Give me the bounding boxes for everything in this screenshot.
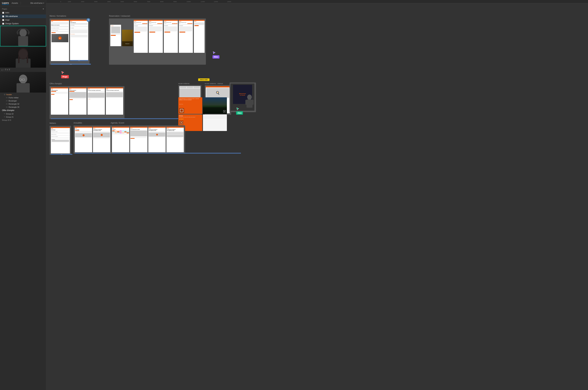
section-ecran-person: Bienvenueà l'école ★★★★★ <box>230 83 256 112</box>
section-filieres: filieres / formations Métiers de la bouc… <box>50 15 90 65</box>
ecran-person-container: Bienvenueà l'école ★★★★★ <box>230 83 256 112</box>
offre-container: Offres d'emplois <box>50 86 124 119</box>
svg-point-9 <box>19 75 27 84</box>
pages-label: Pages <box>2 8 7 10</box>
agenda-container: Agenda <box>111 125 185 154</box>
wireframe-selector[interactable]: 3ifa wireframe <box>30 2 44 4</box>
layer-rect39[interactable]: ▭ Rectangle 39 <box>0 105 46 108</box>
page-design-system[interactable]: ⬜ Design System <box>0 22 46 25</box>
layer-header[interactable]: ◇ header <box>0 93 46 96</box>
page-3ifa[interactable]: ⬜ 3ifa wireframe <box>0 14 46 18</box>
video-person3 <box>0 72 46 93</box>
svg-rect-8 <box>27 56 28 63</box>
tools-row: ◇ ─ T ⠿ T <box>0 68 46 72</box>
agenda-frame1[interactable]: Agenda <box>112 127 129 152</box>
alex-cursor-arrow <box>236 107 239 110</box>
page-3ifa-label: 3ifa wireframe <box>5 15 18 17</box>
offre-frame4[interactable]: Cherche boulanger expérimenté <box>106 88 123 115</box>
alex-label: Alex <box>236 111 243 115</box>
section-metiers-label: Métiers <box>50 122 71 124</box>
svg-rect-15 <box>246 99 252 108</box>
ruler-6000: 6000 <box>134 1 137 2</box>
assets-tab[interactable]: Assets <box>11 1 18 5</box>
ecran-phrase-container: L'apprentissage est un programme varié, … <box>178 97 230 131</box>
horizontal-ruler: 0 1000 2000 3000 4000 5000 6000 7000 800… <box>46 0 588 3</box>
sidebar: Layers Assets 3ifa wireframe Pages + ⬜ I… <box>0 0 46 390</box>
layer-boulanger[interactable]: ▭ Boulanger <box>0 99 46 102</box>
hugo-cursor-arrow <box>61 71 64 74</box>
rect-icon4: ▭ <box>6 106 8 108</box>
page-intro[interactable]: ⬜ Intro <box>0 11 46 14</box>
svg-point-0 <box>19 29 27 37</box>
page-inspi[interactable]: ⬜ Inspi <box>0 18 46 22</box>
layer-fiche-metier[interactable]: ▭ Fiche métier <box>0 96 46 99</box>
hugo-cursor-area: Hugo <box>61 71 64 75</box>
metiers-frame[interactable]: Boulanger Description du métier Qualités… <box>51 127 70 153</box>
niko-label: Niko <box>213 55 220 58</box>
actu-frame1[interactable]: Actualités + <box>75 127 92 152</box>
offre-frame1[interactable]: Offres d'emplois <box>51 88 68 115</box>
filieres-frame2[interactable]: CAP Pâtissier La formation Le contrat <box>70 20 88 61</box>
page-design-system-label: Design System <box>5 22 19 25</box>
layer-group21[interactable]: ▿ Group 21 <box>0 115 46 118</box>
ecran-externe-label: ecran externe <box>178 83 201 85</box>
agenda-frame2[interactable]: Les événement du 3IFA <box>130 127 147 152</box>
canvas-scroll[interactable]: filieres / formations Métiers de la bouc… <box>46 7 588 390</box>
video-person1 <box>0 26 46 46</box>
rect32-label: Rectangle 32 <box>8 103 19 105</box>
svg-rect-10 <box>16 83 30 93</box>
canvas-inner: filieres / formations Métiers de la bouc… <box>46 10 509 307</box>
person3-svg <box>12 72 34 93</box>
dark-landscape-panel <box>203 97 227 114</box>
res-frame5[interactable] <box>194 20 205 53</box>
offre-frame3[interactable]: Cherche boulanger expérimenté Contact <box>88 88 105 115</box>
bottom-layer-item[interactable]: Group 22 8 <box>0 118 46 122</box>
actu-frame2[interactable]: Cérémonie de Remisedes diplômes 2022 + <box>93 127 110 152</box>
res-frame-small[interactable]: ★★★★ <box>110 25 121 46</box>
ruler-10000: 10000 <box>187 1 191 2</box>
layers-list: ◇ header ▭ Fiche métier ▭ Boulanger ▭ Re… <box>0 93 46 390</box>
section-agenda: Agenda / Event Agenda <box>111 122 185 154</box>
svg-point-6 <box>18 48 28 59</box>
offre-frame2[interactable]: Offres d'emplois <box>69 88 87 115</box>
res-frame1[interactable]: Menu mardi du 3 avril 30 € cars 20 place… <box>134 20 148 53</box>
filieres-container: Métiers de la bouche Les formations de l… <box>50 18 90 65</box>
page-icon3: ⬜ <box>2 22 4 25</box>
rect-icon3: ▭ <box>6 103 8 105</box>
alex-cursor-area: Alex <box>236 107 239 111</box>
filieres-frame1[interactable]: Métiers de la bouche Les formations de l… <box>51 20 69 61</box>
svg-rect-1 <box>18 36 28 46</box>
layer-rect32[interactable]: ▭ Rectangle 32 <box>0 102 46 105</box>
section-metiers: Métiers Boulanger Description du métier <box>50 122 71 155</box>
res-frame2[interactable]: Menu mardi du 3 avril 35 € cars 20 place… <box>149 20 163 53</box>
tool-grid: ⠿ <box>7 69 8 71</box>
ruler-9000: 9000 <box>173 1 177 2</box>
add-page-button[interactable]: + <box>43 8 44 10</box>
section-offre: Offre d'emploi Offres d'emplois <box>50 83 124 119</box>
svg-rect-16 <box>245 100 247 105</box>
page-active-icon: ⬜ <box>2 15 4 17</box>
res-frame3[interactable]: Menu mardi du 3 avril 30 € cars 20 place… <box>164 20 178 53</box>
person-screen: Bienvenueà l'école ★★★★★ <box>231 84 254 111</box>
fiche-metier-label: Fiche métier <box>8 97 19 99</box>
section-offre-label: Offre d'emploi <box>50 83 124 85</box>
res-frame-image[interactable]: Restaurant <box>122 30 133 46</box>
pages-section-header: Pages + <box>0 6 46 11</box>
page-icon2: ⬜ <box>2 19 4 21</box>
layer-group22[interactable]: ▿ Group 22 <box>0 112 46 115</box>
agenda-frame3[interactable]: Cérémonie de Remisedes diplômes 2022 + <box>148 127 166 152</box>
yellow-button[interactable]: Menu midi <box>198 78 210 81</box>
header-diamond-icon: ◇ <box>4 93 5 96</box>
ruler-0: 0 <box>60 1 61 2</box>
svg-rect-7 <box>18 56 19 63</box>
rect-icon1: ▭ <box>6 97 8 99</box>
rect39-label: Rectangle 39 <box>8 106 19 108</box>
hugo-label: Hugo <box>61 75 69 78</box>
layer-offre-emploi[interactable]: Offre d'emploi <box>0 108 46 112</box>
svg-rect-17 <box>252 100 254 105</box>
res-frame4[interactable]: Menu mardi du 3 avril 25 € 20 places res… <box>179 20 193 53</box>
agenda-frame4[interactable]: Cérémonie de Remisedes diplômes 2022 <box>167 127 184 152</box>
actualites-container: Actualités + <box>73 125 112 154</box>
layers-tab[interactable]: Layers <box>2 1 9 5</box>
tool-t: T <box>5 69 6 71</box>
